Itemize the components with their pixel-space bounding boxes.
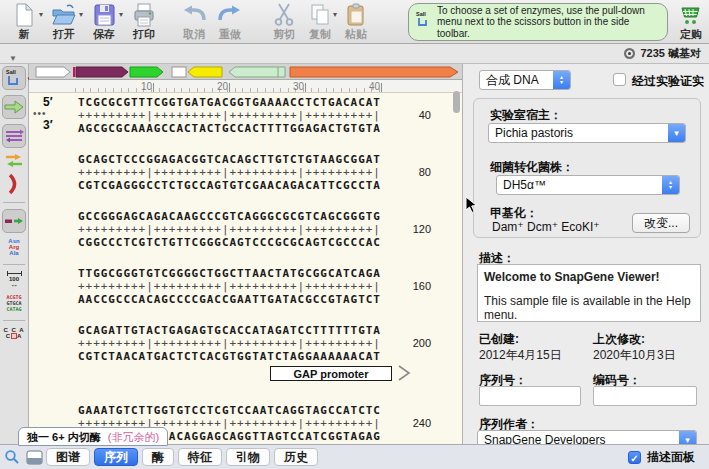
description-title: Welcome to SnapGene Viewer! bbox=[484, 270, 694, 284]
new-button[interactable]: ▾ 新 bbox=[4, 2, 44, 41]
sequence-block[interactable]: GCAGATTGTACTGAGAGTGCACCATAGATCCTTTTTTGTA… bbox=[78, 324, 381, 363]
code-number-input[interactable] bbox=[593, 386, 697, 406]
alignments-button[interactable] bbox=[2, 124, 26, 148]
position-number: 80 bbox=[387, 166, 431, 178]
tab-history[interactable]: 历史 bbox=[274, 448, 318, 466]
top-strand[interactable]: GCAGATTGTACTGAGAGTGCACCATAGATCCTTTTTTGTA bbox=[78, 324, 381, 337]
view-tabs: 图谱 序列 酶 特征 引物 历史 bbox=[46, 448, 318, 466]
sequence-block[interactable]: GCCGGGAGCAGACAAGCCCGTCAGGGCGCGTCAGCGGGTG… bbox=[78, 210, 381, 249]
pattern-search-button[interactable]: ACGTG GTGCA CATAG bbox=[1, 294, 27, 312]
orf-arc-button[interactable]: ▾ bbox=[1, 174, 27, 194]
description-panel-checkbox[interactable]: ✓ bbox=[628, 451, 641, 464]
ruler-label: 30 bbox=[282, 81, 304, 92]
enzymes-button[interactable]: SalI ▾ bbox=[2, 66, 26, 90]
experimentally-verified-checkbox[interactable] bbox=[613, 73, 626, 86]
sequence-view[interactable]: 10 20 30 40 5′ ••• 3′ TCGCGCGTTTCGGTGATG… bbox=[29, 64, 462, 444]
search-icon[interactable] bbox=[4, 449, 20, 469]
sidebar-separator bbox=[3, 320, 25, 321]
features-button[interactable] bbox=[2, 95, 26, 119]
sidebar-separator bbox=[3, 264, 25, 265]
undo-button[interactable]: 取消 bbox=[176, 2, 212, 41]
dropdown-caret-icon[interactable]: ▾ bbox=[39, 11, 43, 19]
translation-button[interactable]: Asn Arg Ala bbox=[1, 238, 27, 256]
minimap-feature-orange-arrow[interactable] bbox=[290, 67, 458, 77]
transformation-strain-select[interactable]: DH5α™ ▴▾ bbox=[496, 175, 680, 195]
three-prime-label: 3′ bbox=[43, 118, 53, 132]
top-strand[interactable]: GCCGGGAGCAGACAAGCCCGTCAGGGCGCGTCAGCGGGTG bbox=[78, 210, 381, 223]
status-strip: 7235 碱基对 bbox=[0, 44, 709, 64]
chevron-down-icon[interactable]: ▾ bbox=[668, 124, 685, 142]
base-pair-count: 7235 碱基对 bbox=[640, 46, 701, 61]
minimap-feature-green-arrow[interactable] bbox=[130, 67, 163, 77]
top-strand[interactable]: GCAGCTCCCGGAGACGGTCACAGCTTGTCTGTAAGCGGAT bbox=[78, 153, 381, 166]
primers-button[interactable]: ▾ bbox=[1, 153, 27, 168]
minimap-feature-red-mark[interactable] bbox=[73, 67, 75, 77]
save-button[interactable]: ▾ 保存 bbox=[84, 2, 124, 41]
copy-button[interactable]: ▾ 复制 bbox=[302, 2, 338, 41]
ruler-button[interactable]: 100 ↔ bbox=[1, 271, 27, 288]
side-toolbar: SalI ▾ ▾ ▾ Asn Arg Ala bbox=[0, 64, 29, 444]
paste-clipboard-icon bbox=[345, 2, 367, 28]
sequence-block[interactable]: GCAGCTCCCGGAGACGGTCACAGCTTGTCTGTAAGCGGAT… bbox=[78, 153, 381, 192]
bottom-tab-bar: 图谱 序列 酶 特征 引物 历史 ✓ 描述面板 bbox=[0, 444, 709, 469]
gap-promoter-feature-label[interactable]: GAP promoter bbox=[270, 366, 392, 381]
methylation-value: Dam⁺ Dcm⁺ EcoKI⁺ bbox=[492, 220, 600, 234]
bottom-strand[interactable]: CGTCGAGGGCCTCTGCCAGTGTCGAACAGACATTCGCCTA bbox=[78, 179, 381, 192]
tooltip-text: To choose a set of enzymes, use the pull… bbox=[437, 5, 661, 40]
sequence-content[interactable]: 5′ ••• 3′ TCGCGCGTTTCGGTGATGACGGTGAAAACC… bbox=[29, 93, 462, 444]
translation-arc-icon bbox=[8, 174, 20, 194]
bottom-strand[interactable]: AGCGCGCAAAGCCACTACTGCCACTTTTGGAGACTGTGTA bbox=[78, 122, 381, 135]
serial-number-input[interactable] bbox=[479, 386, 581, 406]
tab-features[interactable]: 特征 bbox=[178, 448, 222, 466]
bottom-strand[interactable]: CGTCTAACATGACTCTCACGTGGTATCTAGGAAAAAACAT bbox=[78, 350, 381, 363]
paste-button[interactable]: 粘贴 bbox=[338, 2, 374, 41]
tick-line: +++++++++|+++++++++|+++++++++|+++++++++| bbox=[78, 168, 381, 177]
toolbar-button-label: 保存 bbox=[93, 28, 115, 41]
position-number: 200 bbox=[387, 337, 431, 349]
redo-button[interactable]: 重做 bbox=[212, 2, 248, 41]
description-text-box[interactable]: Welcome to SnapGene Viewer! This sample … bbox=[477, 264, 701, 322]
ruler-minor-ticks bbox=[75, 88, 387, 92]
dropdown-caret-icon[interactable]: ▾ bbox=[333, 11, 337, 19]
sequence-block[interactable]: TTGGCGGGTGTCGGGGCTGGCTTAACTATGCGGCATCAGA… bbox=[78, 267, 381, 306]
minimap-feature-pale-green-arrow[interactable] bbox=[229, 67, 285, 77]
minimap-feature-white-box[interactable] bbox=[172, 67, 186, 77]
print-button[interactable]: 打印 bbox=[124, 2, 164, 41]
toolbar-button-label: 粘贴 bbox=[345, 28, 367, 41]
open-button[interactable]: ▾ 打开 bbox=[44, 2, 84, 41]
change-methylation-button[interactable]: 改变... bbox=[632, 213, 690, 233]
minimap-feature-white-arrow[interactable] bbox=[36, 67, 70, 77]
feature-minimap[interactable] bbox=[29, 64, 462, 80]
tab-map[interactable]: 图谱 bbox=[46, 448, 90, 466]
top-strand[interactable]: GAAATGTCTTGGTGTCCTCGTCCAATCAGGTAGCCATCTC bbox=[78, 404, 381, 417]
molecule-type-select[interactable]: 合成 DNA ▴▾ bbox=[479, 70, 571, 90]
toolbar-button-label: 取消 bbox=[183, 28, 205, 41]
bottom-strand[interactable]: CGGCCCTCGTCTGTTCGGGCAGTCCCGCGCAGTCGCCCAC bbox=[78, 236, 381, 249]
stepper-arrows-icon[interactable]: ▴▾ bbox=[553, 71, 570, 89]
tab-primers[interactable]: 引物 bbox=[226, 448, 270, 466]
stepper-arrows-icon[interactable]: ▴▾ bbox=[662, 176, 679, 194]
bottom-strand[interactable]: AACCGCCCACAGCCCCGACCGAATTGATACGCCGTAGTCT bbox=[78, 293, 381, 306]
minimap-feature-yellow-arrow[interactable] bbox=[188, 67, 222, 77]
lab-host-select[interactable]: Pichia pastoris ▾ bbox=[488, 123, 686, 143]
order-button[interactable]: 定购 bbox=[674, 2, 708, 41]
dropdown-caret-icon[interactable]: ▾ bbox=[119, 11, 123, 19]
amino-acid-icon: Asn Arg Ala bbox=[8, 238, 19, 256]
cut-button[interactable]: 剪切 bbox=[266, 2, 302, 41]
panel-split-toggle-icon[interactable] bbox=[26, 450, 43, 469]
vertical-scrollbar-thumb[interactable] bbox=[453, 91, 460, 113]
tick-line: +++++++++|+++++++++|+++++++++|+++++++++| bbox=[78, 111, 381, 120]
sequence-block[interactable]: TCGCGCGTTTCGGTGATGACGGTGAAAACCTCTGACACAT… bbox=[78, 96, 381, 135]
fragment-button[interactable] bbox=[2, 209, 26, 233]
tab-sequence[interactable]: 序列 bbox=[94, 448, 138, 466]
top-strand[interactable]: TCGCGCGTTTCGGTGATGACGGTGAAAACCTCTGACACAT bbox=[78, 96, 381, 109]
toolbar-button-label: 重做 bbox=[219, 28, 241, 41]
codon-edit-button[interactable]: C C A CA bbox=[1, 327, 27, 339]
top-strand[interactable]: TTGGCGGGTGTCGGGGCTGGCTTAACTATGCGGCATCAGA bbox=[78, 267, 381, 280]
tab-enzymes[interactable]: 酶 bbox=[142, 448, 174, 466]
undo-arrow-icon bbox=[181, 2, 207, 28]
minimap-feature-purple-arrow[interactable] bbox=[76, 67, 128, 77]
sidebar-scroll-up-icon[interactable]: ▼ bbox=[9, 55, 17, 63]
enzyme-status-text: 独一 6+ 内切酶 bbox=[27, 431, 101, 443]
dropdown-caret-icon[interactable]: ▾ bbox=[79, 11, 83, 19]
